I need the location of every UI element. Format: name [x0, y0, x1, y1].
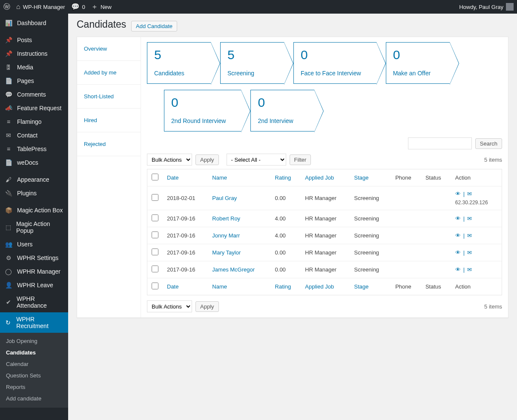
apply-button-bottom[interactable]: Apply [195, 301, 219, 312]
sidebar-item-users[interactable]: 👥Users [0, 237, 68, 251]
wp-logo[interactable]: ⓦ [3, 3, 10, 10]
sidebar-item-wedocs[interactable]: 📄weDocs [0, 156, 68, 169]
col-date[interactable]: Date [163, 278, 208, 295]
sidebar-item-magic-action-popup[interactable]: ⬚Magic Action Popup [0, 217, 68, 237]
row-checkbox[interactable] [152, 214, 158, 221]
col-rating[interactable]: Rating [271, 278, 301, 295]
row-checkbox[interactable] [152, 231, 158, 238]
vtab-overview[interactable]: Overview [77, 37, 141, 61]
sidebar-item-tablepress[interactable]: ≡TablePress [0, 142, 68, 156]
sidebar-item-wphr-recruitment[interactable]: ↻WPHR Recruitment [0, 312, 68, 333]
mail-icon[interactable]: ✉ [467, 266, 472, 273]
submenu-item-job-opening[interactable]: Job Opening [0, 335, 68, 347]
mail-icon[interactable]: ✉ [467, 249, 472, 256]
select-all-checkbox[interactable] [152, 283, 158, 289]
sidebar-item-pages[interactable]: 📄Pages [0, 74, 68, 88]
account-link[interactable]: Howdy, Paul Gray [459, 3, 514, 11]
row-checkbox[interactable] [152, 249, 158, 255]
sidebar-item-wphr-manager[interactable]: ◯WPHR Manager [0, 265, 68, 278]
sidebar-item-instructions[interactable]: 📌Instructions [0, 47, 68, 60]
search-button[interactable]: Search [475, 138, 502, 149]
col-name[interactable]: Name [208, 278, 270, 295]
sidebar-item-wphr-leave[interactable]: 👤WPHR Leave [0, 278, 68, 292]
stage-count: 5 [227, 48, 269, 62]
col-stage[interactable]: Stage [350, 169, 391, 186]
sidebar-item-posts[interactable]: 📌Posts [0, 33, 68, 47]
view-icon[interactable]: 👁 [455, 249, 461, 256]
admin-bar: ⓦ ⌂WP-HR Manager 💬0 ＋New Howdy, Paul Gra… [0, 0, 517, 14]
stage-candidates[interactable]: 5Candidates [147, 42, 211, 84]
panel: 5Candidates5Screening0Face to Face Inter… [141, 37, 508, 317]
menu-icon: ≡ [4, 146, 13, 152]
admin-menu: 📊Dashboard📌Posts📌Instructions🎛Media📄Page… [0, 14, 68, 420]
comments-link[interactable]: 💬0 [71, 3, 85, 10]
submenu-item-question-sets[interactable]: Question Sets [0, 370, 68, 381]
sidebar-item-comments[interactable]: 💬Comments [0, 88, 68, 101]
sidebar-item-label: Flamingo [17, 118, 42, 125]
select-all-checkbox[interactable] [152, 174, 158, 180]
row-checkbox[interactable] [152, 266, 158, 272]
sidebar-item-wphr-attendance[interactable]: ✔WPHR Attendance [0, 292, 68, 312]
sidebar-item-media[interactable]: 🎛Media [0, 60, 68, 74]
vtab-rejected[interactable]: Rejected [77, 132, 141, 156]
submenu-item-add-candidate[interactable]: Add candidate [0, 393, 68, 404]
sidebar-item-appearance[interactable]: 🖌Appearance [0, 173, 68, 186]
sidebar-item-feature-request[interactable]: 📣Feature Request [0, 101, 68, 115]
filter-button[interactable]: Filter [290, 154, 311, 165]
vtab-short-listed[interactable]: Short-Listed [77, 85, 141, 109]
stage-count: 0 [171, 95, 226, 110]
submenu-item-reports[interactable]: Reports [0, 381, 68, 393]
candidate-name-link[interactable]: Jonny Marr [212, 232, 240, 239]
search-input[interactable] [408, 137, 472, 149]
menu-icon: ⬚ [4, 224, 12, 231]
col-applied-job[interactable]: Applied Job [301, 169, 350, 186]
new-content-link[interactable]: ＋New [91, 3, 112, 10]
view-icon[interactable]: 👁 [455, 215, 461, 222]
candidate-name-link[interactable]: Robert Roy [212, 215, 240, 222]
sidebar-item-contact[interactable]: ✉Contact [0, 129, 68, 142]
stage-2nd-round-interview[interactable]: 02nd Round Interview [164, 90, 241, 131]
col-date[interactable]: Date [163, 169, 208, 186]
sidebar-item-flamingo[interactable]: ≡Flamingo [0, 115, 68, 129]
menu-icon: 📌 [4, 37, 13, 43]
sidebar-item-label: WPHR Manager [17, 268, 60, 275]
apply-button[interactable]: Apply [195, 154, 219, 165]
candidate-name-link[interactable]: Paul Gray [212, 195, 237, 201]
sidebar-item-dashboard[interactable]: 📊Dashboard [0, 16, 68, 30]
candidate-name-link[interactable]: Mary Taylor [212, 249, 241, 256]
col-stage[interactable]: Stage [350, 278, 391, 295]
stage-screening[interactable]: 5Screening [220, 42, 284, 84]
menu-icon: 💬 [4, 91, 13, 98]
submenu-item-calendar[interactable]: Calendar [0, 358, 68, 370]
menu-icon: ◯ [4, 268, 13, 275]
sidebar-item-magic-action-box[interactable]: 📦Magic Action Box [0, 203, 68, 217]
bulk-actions-select[interactable]: Bulk Actions [147, 154, 192, 166]
select-all-select[interactable]: - Select All - [227, 154, 286, 166]
view-icon[interactable]: 👁 [455, 266, 461, 273]
site-name-link[interactable]: ⌂WP-HR Manager [16, 3, 65, 10]
candidate-name-link[interactable]: James McGregor [212, 266, 255, 273]
view-icon[interactable]: 👁 [455, 191, 461, 197]
col-rating[interactable]: Rating [271, 169, 301, 186]
stage-count: 5 [154, 48, 195, 62]
stage-face-to-face-interview[interactable]: 0Face to Face Interview [293, 42, 376, 84]
comment-icon: 💬 [71, 3, 80, 10]
sidebar-item-label: Comments [17, 91, 46, 98]
add-candidate-button[interactable]: Add Candidate [131, 21, 177, 31]
vtab-added-by-me[interactable]: Added by me [77, 61, 141, 85]
mail-icon[interactable]: ✉ [467, 191, 472, 197]
vtab-hired[interactable]: Hired [77, 109, 141, 132]
row-checkbox[interactable] [152, 194, 158, 201]
bulk-actions-select-bottom[interactable]: Bulk Actions [147, 300, 192, 312]
col-name[interactable]: Name [208, 169, 270, 186]
mail-icon[interactable]: ✉ [467, 215, 472, 222]
stage-make-an-offer[interactable]: 0Make an Offer [386, 42, 450, 84]
mail-icon[interactable]: ✉ [467, 232, 472, 239]
stage-2nd-interview[interactable]: 02nd Interview [250, 90, 314, 131]
sidebar-item-plugins[interactable]: 🔌Plugins [0, 186, 68, 200]
wordpress-icon: ⓦ [3, 3, 10, 10]
view-icon[interactable]: 👁 [455, 232, 461, 239]
col-applied-job[interactable]: Applied Job [301, 278, 350, 295]
submenu-item-candidates[interactable]: Candidates [0, 347, 68, 358]
sidebar-item-wphr-settings[interactable]: ⚙WPHR Settings [0, 251, 68, 265]
